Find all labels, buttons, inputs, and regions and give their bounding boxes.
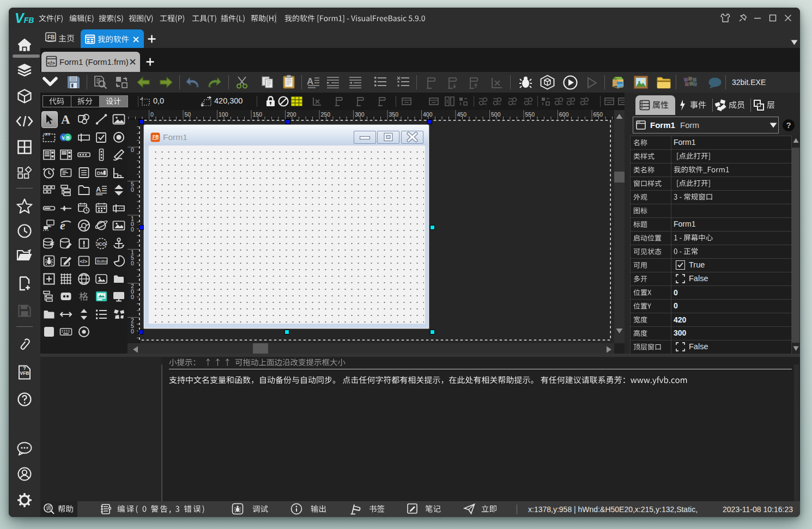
svg-text:A: A	[307, 76, 313, 87]
svg-text:FB: FB	[47, 34, 54, 40]
svg-text:B: B	[66, 135, 70, 140]
svg-text:Button: Button	[96, 259, 108, 264]
svg-text:A: A	[96, 185, 101, 193]
svg-text:DM: DM	[97, 171, 105, 176]
svg-text:XY: XY	[45, 132, 51, 137]
svg-text:</>: </>	[80, 258, 87, 264]
svg-text:A: A	[61, 113, 70, 126]
svg-text:</>: </>	[47, 60, 55, 66]
svg-text:FB: FB	[153, 134, 159, 139]
svg-text:ICO: ICO	[97, 241, 106, 246]
